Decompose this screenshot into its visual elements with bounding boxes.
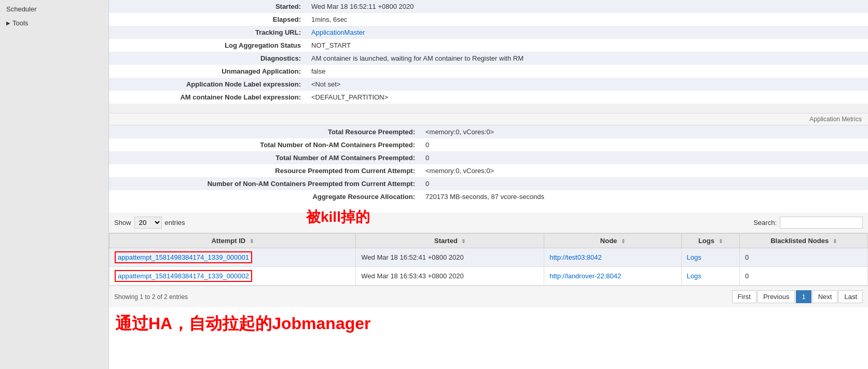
metrics-table: Total Resource Preempted: <memory:0, vCo… (109, 125, 868, 203)
label-am-label: AM container Node Label expression: (109, 91, 306, 104)
metric-value-4: 0 (420, 177, 868, 190)
datatable-section: 被kill掉的 Show 20 10 50 100 entries Search… (109, 212, 868, 307)
info-row-am-label: AM container Node Label expression: <DEF… (109, 91, 868, 104)
col-started[interactable]: Started ⇕ (356, 234, 544, 248)
attempt-id-link[interactable]: appattempt_1581498384174_1339_000002 (118, 272, 249, 280)
pagination-bar: Showing 1 to 2 of 2 entries First Previo… (109, 286, 868, 307)
arrow-icon: ▶ (6, 20, 10, 26)
info-row-log-agg: Log Aggregation Status NOT_START (109, 39, 868, 52)
app-info-table: Started: Wed Mar 18 16:52:11 +0800 2020 … (109, 0, 868, 104)
show-entries: Show 20 10 50 100 entries (114, 217, 185, 229)
sort-icon-blacklisted: ⇕ (833, 238, 837, 244)
col-node[interactable]: Node ⇕ (544, 234, 681, 248)
sort-icon-started: ⇕ (461, 238, 465, 244)
btn-next[interactable]: Next (812, 290, 838, 303)
metric-value-1: 0 (420, 138, 868, 151)
section-divider-1 (109, 104, 868, 113)
sidebar-item-scheduler[interactable]: Scheduler (0, 2, 108, 16)
metric-row-0: Total Resource Preempted: <memory:0, vCo… (109, 125, 868, 138)
value-diagnostics: AM container is launched, waiting for AM… (306, 52, 868, 65)
value-unmanaged: false (306, 65, 868, 78)
btn-first[interactable]: First (732, 290, 756, 303)
attempt-logs-link[interactable]: Logs (687, 272, 701, 280)
btn-page-1[interactable]: 1 (796, 290, 811, 303)
bottom-annotation: 通过HA，自动拉起的Jobmanager (109, 307, 868, 340)
metric-label-5: Aggregate Resource Allocation: (109, 190, 420, 203)
info-row-elapsed: Elapsed: 1mins, 6sec (109, 13, 868, 26)
entries-select[interactable]: 20 10 50 100 (134, 217, 162, 229)
attempt-started: Wed Mar 18 16:52:41 +0800 2020 (356, 248, 544, 267)
sidebar-item-tools[interactable]: ▶ Tools (0, 16, 108, 30)
table-row: appattempt_1581498384174_1339_000001Wed … (109, 248, 868, 267)
attempt-started: Wed Mar 18 16:53:43 +0800 2020 (356, 267, 544, 286)
show-label: Show (114, 219, 131, 226)
datatable-controls: Show 20 10 50 100 entries Search: (109, 212, 868, 233)
metric-value-5: 720173 MB-seconds, 87 vcore-seconds (420, 190, 868, 203)
value-elapsed: 1mins, 6sec (306, 13, 868, 26)
sort-icon-attempt-id: ⇕ (250, 238, 254, 244)
metric-row-1: Total Number of Non-AM Containers Preemp… (109, 138, 868, 151)
table-row: appattempt_1581498384174_1339_000002Wed … (109, 267, 868, 286)
metric-row-4: Number of Non-AM Containers Preempted fr… (109, 177, 868, 190)
tracking-url-link[interactable]: ApplicationMaster (311, 29, 365, 36)
value-am-label: <DEFAULT_PARTITION> (306, 91, 868, 104)
value-started: Wed Mar 18 16:52:11 +0800 2020 (306, 0, 868, 13)
metric-value-2: 0 (420, 151, 868, 164)
sidebar-label-tools: Tools (12, 19, 28, 27)
metric-row-3: Resource Preempted from Current Attempt:… (109, 164, 868, 177)
value-log-agg: NOT_START (306, 39, 868, 52)
label-log-agg: Log Aggregation Status (109, 39, 306, 52)
metric-label-0: Total Resource Preempted: (109, 125, 420, 138)
attempt-node-link[interactable]: http://test03:8042 (549, 253, 601, 261)
metric-row-2: Total Number of AM Containers Preempted:… (109, 151, 868, 164)
metric-label-3: Resource Preempted from Current Attempt: (109, 164, 420, 177)
table-header-row: Attempt ID ⇕ Started ⇕ Node ⇕ Logs (109, 234, 868, 248)
info-row-unmanaged: Unmanaged Application: false (109, 65, 868, 78)
metrics-panel: Application Metrics Total Resource Preem… (109, 113, 868, 203)
metric-row-5: Aggregate Resource Allocation: 720173 MB… (109, 190, 868, 203)
info-row-node-label: Application Node Label expression: <Not … (109, 78, 868, 91)
search-input[interactable] (780, 217, 863, 229)
label-elapsed: Elapsed: (109, 13, 306, 26)
value-tracking: ApplicationMaster (306, 26, 868, 39)
metrics-header: Application Metrics (109, 113, 868, 125)
btn-last[interactable]: Last (838, 290, 863, 303)
label-diagnostics: Diagnostics: (109, 52, 306, 65)
btn-previous[interactable]: Previous (757, 290, 795, 303)
attempt-id-link[interactable]: appattempt_1581498384174_1339_000001 (118, 253, 249, 261)
info-row-started: Started: Wed Mar 18 16:52:11 +0800 2020 (109, 0, 868, 13)
sidebar: Scheduler ▶ Tools (0, 0, 109, 369)
attempt-logs-link[interactable]: Logs (687, 253, 701, 261)
metric-value-3: <memory:0, vCores:0> (420, 164, 868, 177)
sort-icon-logs: ⇕ (719, 238, 723, 244)
info-row-tracking: Tracking URL: ApplicationMaster (109, 26, 868, 39)
value-node-label: <Not set> (306, 78, 868, 91)
metric-label-1: Total Number of Non-AM Containers Preemp… (109, 138, 420, 151)
attempt-blacklisted: 0 (740, 248, 868, 267)
search-box: Search: (753, 217, 863, 229)
col-blacklisted[interactable]: Blacklisted Nodes ⇕ (740, 234, 868, 248)
pagination-buttons: First Previous 1 Next Last (732, 290, 863, 303)
sort-icon-node: ⇕ (621, 238, 625, 244)
col-attempt-id[interactable]: Attempt ID ⇕ (109, 234, 356, 248)
sidebar-label-scheduler: Scheduler (6, 5, 37, 13)
label-node-label: Application Node Label expression: (109, 78, 306, 91)
pagination-info: Showing 1 to 2 of 2 entries (114, 293, 188, 301)
metric-value-0: <memory:0, vCores:0> (420, 125, 868, 138)
entries-label: entries (165, 219, 185, 226)
col-logs[interactable]: Logs ⇕ (681, 234, 739, 248)
attempt-blacklisted: 0 (740, 267, 868, 286)
info-row-diagnostics: Diagnostics: AM container is launched, w… (109, 52, 868, 65)
search-label: Search: (753, 219, 777, 226)
label-unmanaged: Unmanaged Application: (109, 65, 306, 78)
attempt-node-link[interactable]: http://landrover-22:8042 (549, 272, 621, 280)
metric-label-4: Number of Non-AM Containers Preempted fr… (109, 177, 420, 190)
main-content: Started: Wed Mar 18 16:52:11 +0800 2020 … (109, 0, 868, 369)
attempts-table: Attempt ID ⇕ Started ⇕ Node ⇕ Logs (109, 233, 868, 286)
label-started: Started: (109, 0, 306, 13)
metric-label-2: Total Number of AM Containers Preempted: (109, 151, 420, 164)
label-tracking: Tracking URL: (109, 26, 306, 39)
